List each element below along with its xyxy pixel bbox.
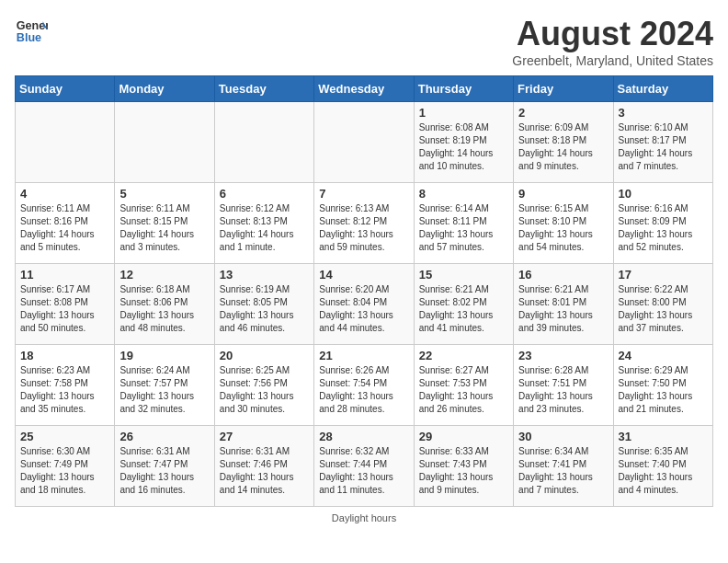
calendar-cell: 31Sunrise: 6:35 AM Sunset: 7:40 PM Dayli… — [613, 426, 712, 507]
header: General Blue August 2024 Greenbelt, Mary… — [15, 15, 713, 68]
calendar-cell: 14Sunrise: 6:20 AM Sunset: 8:04 PM Dayli… — [314, 264, 414, 345]
calendar-cell — [16, 102, 115, 183]
cell-details: Sunrise: 6:28 AM Sunset: 7:51 PM Dayligh… — [518, 364, 608, 416]
cell-details: Sunrise: 6:09 AM Sunset: 8:18 PM Dayligh… — [518, 121, 608, 173]
calendar-cell: 26Sunrise: 6:31 AM Sunset: 7:47 PM Dayli… — [115, 426, 214, 507]
column-header-wednesday: Wednesday — [314, 76, 414, 102]
cell-details: Sunrise: 6:26 AM Sunset: 7:54 PM Dayligh… — [319, 364, 408, 416]
day-number: 25 — [20, 430, 109, 443]
footer-note: Daylight hours — [15, 512, 713, 523]
calendar-cell: 18Sunrise: 6:23 AM Sunset: 7:58 PM Dayli… — [16, 345, 115, 426]
calendar-cell: 25Sunrise: 6:30 AM Sunset: 7:49 PM Dayli… — [16, 426, 115, 507]
cell-details: Sunrise: 6:24 AM Sunset: 7:57 PM Dayligh… — [119, 364, 209, 416]
calendar-cell: 30Sunrise: 6:34 AM Sunset: 7:41 PM Dayli… — [514, 426, 613, 507]
cell-details: Sunrise: 6:30 AM Sunset: 7:49 PM Dayligh… — [20, 445, 109, 497]
calendar-week-1: 1Sunrise: 6:08 AM Sunset: 8:19 PM Daylig… — [16, 102, 713, 183]
calendar-cell: 22Sunrise: 6:27 AM Sunset: 7:53 PM Dayli… — [414, 345, 513, 426]
calendar-cell: 12Sunrise: 6:18 AM Sunset: 8:06 PM Dayli… — [115, 264, 214, 345]
column-header-monday: Monday — [115, 76, 214, 102]
calendar-cell: 15Sunrise: 6:21 AM Sunset: 8:02 PM Dayli… — [414, 264, 513, 345]
cell-details: Sunrise: 6:08 AM Sunset: 8:19 PM Dayligh… — [419, 121, 508, 173]
day-number: 27 — [220, 430, 309, 443]
calendar-header-row: SundayMondayTuesdayWednesdayThursdayFrid… — [16, 76, 713, 102]
day-number: 22 — [419, 349, 508, 362]
day-number: 29 — [419, 430, 508, 443]
cell-details: Sunrise: 6:17 AM Sunset: 8:08 PM Dayligh… — [20, 283, 109, 335]
main-title: August 2024 — [512, 15, 713, 53]
cell-details: Sunrise: 6:31 AM Sunset: 7:46 PM Dayligh… — [220, 445, 309, 497]
calendar-week-4: 18Sunrise: 6:23 AM Sunset: 7:58 PM Dayli… — [16, 345, 713, 426]
column-header-friday: Friday — [514, 76, 613, 102]
column-header-tuesday: Tuesday — [214, 76, 313, 102]
calendar-cell: 29Sunrise: 6:33 AM Sunset: 7:43 PM Dayli… — [414, 426, 513, 507]
title-area: August 2024 Greenbelt, Maryland, United … — [512, 15, 713, 68]
calendar-week-5: 25Sunrise: 6:30 AM Sunset: 7:49 PM Dayli… — [16, 426, 713, 507]
day-number: 9 — [518, 187, 608, 201]
calendar-cell — [115, 102, 214, 183]
calendar-cell: 20Sunrise: 6:25 AM Sunset: 7:56 PM Dayli… — [214, 345, 313, 426]
day-number: 5 — [119, 187, 209, 201]
day-number: 19 — [119, 349, 209, 362]
calendar-cell: 8Sunrise: 6:14 AM Sunset: 8:11 PM Daylig… — [414, 183, 513, 264]
day-number: 4 — [20, 187, 109, 201]
day-number: 21 — [319, 349, 408, 362]
calendar-cell: 7Sunrise: 6:13 AM Sunset: 8:12 PM Daylig… — [314, 183, 414, 264]
day-number: 6 — [220, 187, 309, 201]
day-number: 15 — [419, 268, 508, 282]
day-number: 26 — [119, 430, 209, 443]
calendar-cell: 2Sunrise: 6:09 AM Sunset: 8:18 PM Daylig… — [514, 102, 613, 183]
calendar-cell: 28Sunrise: 6:32 AM Sunset: 7:44 PM Dayli… — [314, 426, 414, 507]
logo: General Blue — [15, 15, 48, 48]
day-number: 7 — [319, 187, 408, 201]
day-number: 13 — [220, 268, 309, 282]
cell-details: Sunrise: 6:27 AM Sunset: 7:53 PM Dayligh… — [419, 364, 508, 416]
calendar-cell: 16Sunrise: 6:21 AM Sunset: 8:01 PM Dayli… — [514, 264, 613, 345]
calendar: SundayMondayTuesdayWednesdayThursdayFrid… — [15, 75, 713, 507]
calendar-cell: 5Sunrise: 6:11 AM Sunset: 8:15 PM Daylig… — [115, 183, 214, 264]
cell-details: Sunrise: 6:34 AM Sunset: 7:41 PM Dayligh… — [518, 445, 608, 497]
calendar-cell: 4Sunrise: 6:11 AM Sunset: 8:16 PM Daylig… — [16, 183, 115, 264]
calendar-cell: 11Sunrise: 6:17 AM Sunset: 8:08 PM Dayli… — [16, 264, 115, 345]
day-number: 31 — [619, 430, 708, 443]
day-number: 10 — [619, 187, 708, 201]
day-number: 2 — [518, 106, 608, 120]
cell-details: Sunrise: 6:19 AM Sunset: 8:05 PM Dayligh… — [220, 283, 309, 335]
day-number: 16 — [518, 268, 608, 282]
cell-details: Sunrise: 6:35 AM Sunset: 7:40 PM Dayligh… — [619, 445, 708, 497]
cell-details: Sunrise: 6:29 AM Sunset: 7:50 PM Dayligh… — [619, 364, 708, 416]
subtitle: Greenbelt, Maryland, United States — [512, 53, 713, 68]
day-number: 18 — [20, 349, 109, 362]
day-number: 1 — [419, 106, 508, 120]
cell-details: Sunrise: 6:12 AM Sunset: 8:13 PM Dayligh… — [220, 202, 309, 254]
column-header-thursday: Thursday — [414, 76, 513, 102]
cell-details: Sunrise: 6:23 AM Sunset: 7:58 PM Dayligh… — [20, 364, 109, 416]
cell-details: Sunrise: 6:25 AM Sunset: 7:56 PM Dayligh… — [220, 364, 309, 416]
cell-details: Sunrise: 6:31 AM Sunset: 7:47 PM Dayligh… — [119, 445, 209, 497]
day-number: 20 — [220, 349, 309, 362]
calendar-cell: 6Sunrise: 6:12 AM Sunset: 8:13 PM Daylig… — [214, 183, 313, 264]
cell-details: Sunrise: 6:11 AM Sunset: 8:15 PM Dayligh… — [119, 202, 209, 254]
logo-icon: General Blue — [15, 15, 48, 48]
day-number: 12 — [119, 268, 209, 282]
calendar-week-3: 11Sunrise: 6:17 AM Sunset: 8:08 PM Dayli… — [16, 264, 713, 345]
day-number: 23 — [518, 349, 608, 362]
calendar-cell: 27Sunrise: 6:31 AM Sunset: 7:46 PM Dayli… — [214, 426, 313, 507]
day-number: 8 — [419, 187, 508, 201]
calendar-cell: 17Sunrise: 6:22 AM Sunset: 8:00 PM Dayli… — [613, 264, 712, 345]
cell-details: Sunrise: 6:32 AM Sunset: 7:44 PM Dayligh… — [319, 445, 408, 497]
calendar-week-2: 4Sunrise: 6:11 AM Sunset: 8:16 PM Daylig… — [16, 183, 713, 264]
day-number: 30 — [518, 430, 608, 443]
calendar-cell: 19Sunrise: 6:24 AM Sunset: 7:57 PM Dayli… — [115, 345, 214, 426]
cell-details: Sunrise: 6:13 AM Sunset: 8:12 PM Dayligh… — [319, 202, 408, 254]
cell-details: Sunrise: 6:14 AM Sunset: 8:11 PM Dayligh… — [419, 202, 508, 254]
cell-details: Sunrise: 6:20 AM Sunset: 8:04 PM Dayligh… — [319, 283, 408, 335]
calendar-cell — [314, 102, 414, 183]
cell-details: Sunrise: 6:22 AM Sunset: 8:00 PM Dayligh… — [619, 283, 708, 335]
calendar-cell: 23Sunrise: 6:28 AM Sunset: 7:51 PM Dayli… — [514, 345, 613, 426]
calendar-cell: 24Sunrise: 6:29 AM Sunset: 7:50 PM Dayli… — [613, 345, 712, 426]
day-number: 11 — [20, 268, 109, 282]
day-number: 14 — [319, 268, 408, 282]
svg-text:Blue: Blue — [17, 31, 41, 44]
calendar-cell: 3Sunrise: 6:10 AM Sunset: 8:17 PM Daylig… — [613, 102, 712, 183]
column-header-sunday: Sunday — [16, 76, 115, 102]
